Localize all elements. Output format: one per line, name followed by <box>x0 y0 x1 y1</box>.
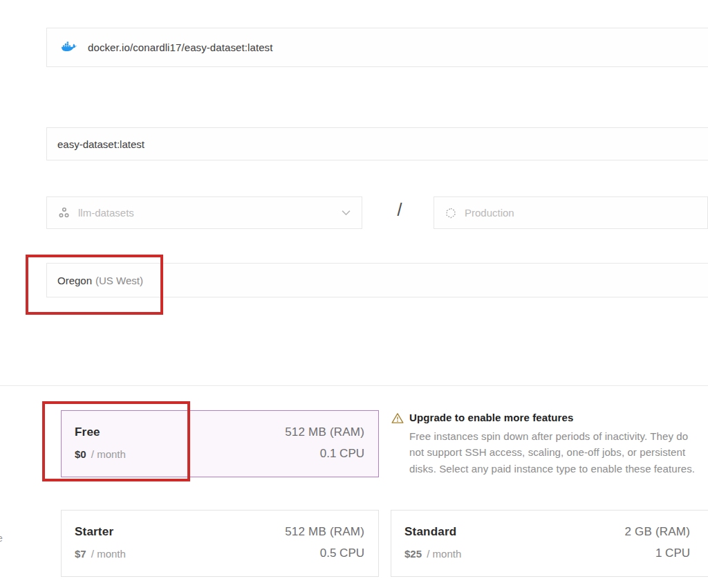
instance-cpu: 1 CPU <box>624 546 690 560</box>
instance-cpu: 0.5 CPU <box>285 546 364 560</box>
instance-specs: 512 MB (RAM) 0.1 CPU <box>285 425 364 477</box>
environment-placeholder: Production <box>465 207 696 219</box>
instance-price: $0 <box>75 448 86 460</box>
docker-whale-icon <box>62 42 77 53</box>
instance-price-row: $0 / month <box>75 448 126 460</box>
instance-name: Standard <box>404 525 461 539</box>
upgrade-notice-title: Upgrade to enable more features <box>409 412 573 423</box>
service-name-value: easy-dataset:latest <box>57 138 145 150</box>
project-environment-separator: / <box>391 200 408 220</box>
region-select[interactable]: Oregon (US West) <box>46 263 708 297</box>
warning-triangle-icon <box>391 412 404 424</box>
docker-image-field[interactable]: docker.io/conardli17/easy-dataset:latest <box>46 28 708 67</box>
instance-specs: 512 MB (RAM) 0.5 CPU <box>285 525 364 576</box>
section-divider <box>0 385 708 386</box>
clipped-left-edge-text: e <box>0 533 3 544</box>
project-select[interactable]: llm-datasets <box>46 196 362 229</box>
upgrade-notice-body: Free instances spin down after periods o… <box>409 428 704 477</box>
instance-card-free[interactable]: Free $0 / month 512 MB (RAM) 0.1 CPU <box>61 410 379 477</box>
instance-cpu: 0.1 CPU <box>285 447 364 461</box>
instance-price-row: $25 / month <box>404 548 461 560</box>
instance-card-left: Standard $25 / month <box>404 525 461 576</box>
instance-price: $25 <box>404 548 422 560</box>
docker-image-value: docker.io/conardli17/easy-dataset:latest <box>88 42 273 53</box>
instance-period: / month <box>91 548 126 560</box>
instance-ram: 2 GB (RAM) <box>624 525 690 539</box>
project-placeholder: llm-datasets <box>78 207 342 219</box>
instance-card-left: Starter $7 / month <box>75 525 126 576</box>
instance-card-left: Free $0 / month <box>75 425 126 477</box>
project-cluster-icon <box>58 207 70 219</box>
instance-name: Starter <box>75 525 126 539</box>
instance-card-starter[interactable]: Starter $7 / month 512 MB (RAM) 0.5 CPU <box>61 510 379 577</box>
instance-period: / month <box>91 448 126 460</box>
region-value: Oregon <box>57 275 92 286</box>
instance-name: Free <box>75 425 126 439</box>
instance-period: / month <box>427 548 461 560</box>
environment-select[interactable]: Production <box>434 196 708 229</box>
instance-specs: 2 GB (RAM) 1 CPU <box>624 525 708 576</box>
upgrade-notice-header: Upgrade to enable more features <box>391 412 704 424</box>
upgrade-notice: Upgrade to enable more features Free ins… <box>391 412 704 477</box>
service-name-input[interactable]: easy-dataset:latest <box>46 127 708 160</box>
instance-ram: 512 MB (RAM) <box>285 525 364 539</box>
instance-price-row: $7 / month <box>75 548 126 560</box>
instance-ram: 512 MB (RAM) <box>285 425 364 439</box>
deploy-config-page: docker.io/conardli17/easy-dataset:latest… <box>0 0 708 588</box>
chevron-down-icon <box>342 210 351 216</box>
environment-hexagon-icon <box>445 208 456 219</box>
region-detail: (US West) <box>95 275 143 286</box>
instance-card-standard[interactable]: Standard $25 / month 2 GB (RAM) 1 CPU <box>391 510 708 577</box>
instance-price: $7 <box>75 548 86 560</box>
